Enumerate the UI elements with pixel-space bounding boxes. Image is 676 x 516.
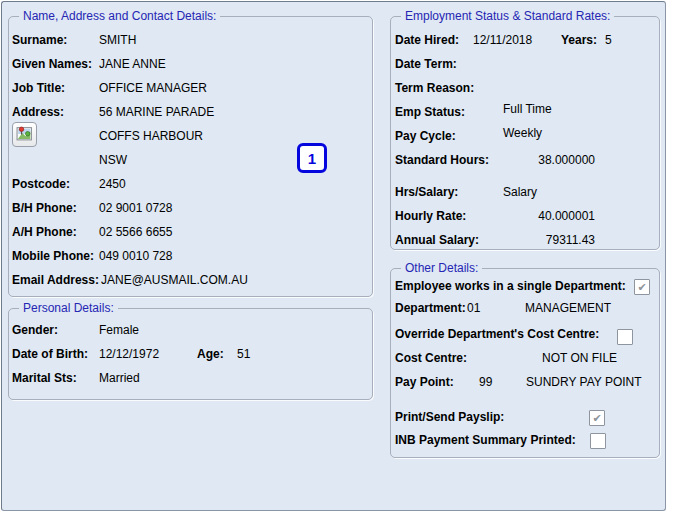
postcode-row: Postcode: 2450	[12, 177, 70, 192]
date-hired-value: 12/11/2018	[473, 33, 532, 48]
single-department-row: Employee works in a single Department:	[395, 279, 626, 294]
date-term-label: Date Term:	[395, 57, 457, 71]
pay-point-name: SUNDRY PAY POINT	[526, 375, 642, 390]
hourly-rate-row: Hourly Rate: 40.000001	[395, 209, 466, 224]
date-term-row: Date Term:	[395, 57, 457, 72]
gender-label: Gender:	[12, 323, 58, 337]
surname-value: SMITH	[99, 33, 136, 48]
cost-centre-row: Cost Centre: NOT ON FILE	[395, 351, 467, 366]
employment-legend: Employment Status & Standard Rates:	[401, 9, 614, 23]
postcode-label: Postcode:	[12, 177, 70, 191]
view-number: 1	[308, 150, 316, 167]
annual-salary-value: 79311.43	[475, 233, 595, 248]
cost-centre-value: NOT ON FILE	[542, 351, 617, 366]
surname-row: Surname: SMITH	[12, 33, 67, 48]
address-line1: 56 MARINE PARADE	[99, 105, 214, 120]
employment-groupbox: Employment Status & Standard Rates: Date…	[390, 16, 660, 250]
hrs-salary-row: Hrs/Salary: Salary	[395, 185, 458, 200]
override-cost-centre-checkbox[interactable]	[617, 329, 633, 345]
postcode-value: 2450	[99, 177, 126, 192]
surname-label: Surname:	[12, 33, 67, 47]
map-location-button[interactable]	[12, 122, 37, 147]
given-names-value: JANE ANNE	[99, 57, 166, 72]
marital-label: Marital Sts:	[12, 371, 77, 385]
contact-legend: Name, Address and Contact Details:	[19, 9, 220, 23]
pay-point-code: 99	[479, 375, 492, 390]
hrs-salary-value: Salary	[503, 185, 537, 200]
email-row: Email Address: JANE@AUSMAIL.COM.AU	[12, 273, 99, 288]
pay-cycle-row: Pay Cycle: Weekly	[395, 129, 456, 144]
bh-phone-value: 02 9001 0728	[99, 201, 172, 216]
dob-label: Date of Birth:	[12, 347, 88, 361]
given-names-label: Given Names:	[12, 57, 92, 71]
term-reason-label: Term Reason:	[395, 81, 474, 95]
ah-phone-label: A/H Phone:	[12, 225, 77, 239]
other-groupbox: Other Details: Employee works in a singl…	[390, 268, 660, 458]
print-payslip-checkbox[interactable]	[589, 410, 605, 426]
dob-value: 12/12/1972	[99, 347, 159, 362]
mobile-phone-value: 049 0010 728	[99, 249, 172, 264]
address-line2-row: COFFS HARBOUR	[99, 129, 203, 144]
email-value: JANE@AUSMAIL.COM.AU	[101, 273, 248, 288]
age-value: 51	[237, 347, 250, 362]
print-payslip-row: Print/Send Payslip:	[395, 410, 504, 425]
department-name: MANAGEMENT	[525, 301, 611, 316]
hourly-rate-value: 40.000001	[475, 209, 595, 224]
job-title-row: Job Title: OFFICE MANAGER	[12, 81, 65, 96]
inb-summary-label: INB Payment Summary Printed:	[395, 433, 576, 447]
view-number-badge[interactable]: 1	[297, 143, 327, 173]
print-payslip-label: Print/Send Payslip:	[395, 410, 504, 424]
single-department-label: Employee works in a single Department:	[395, 279, 626, 293]
dob-row: Date of Birth: 12/12/1972 Age: 51	[12, 347, 88, 362]
years-label: Years:	[561, 33, 597, 48]
standard-hours-row: Standard Hours: 38.000000	[395, 153, 489, 168]
pay-cycle-label: Pay Cycle:	[395, 129, 456, 143]
annual-salary-label: Annual Salary:	[395, 233, 479, 247]
inb-summary-row: INB Payment Summary Printed:	[395, 433, 576, 448]
gender-value: Female	[99, 323, 139, 338]
single-department-checkbox[interactable]	[634, 279, 650, 295]
personal-groupbox: Personal Details: Gender: Female Date of…	[8, 308, 373, 400]
date-hired-label: Date Hired:	[395, 33, 459, 47]
other-legend: Other Details:	[401, 261, 482, 275]
pay-point-row: Pay Point: 99 SUNDRY PAY POINT	[395, 375, 454, 390]
mobile-phone-label: Mobile Phone:	[12, 249, 94, 263]
ah-phone-value: 02 5566 6655	[99, 225, 172, 240]
age-label: Age:	[197, 347, 224, 362]
standard-hours-value: 38.000000	[475, 153, 595, 168]
job-title-value: OFFICE MANAGER	[99, 81, 207, 96]
emp-status-value: Full Time	[503, 102, 552, 117]
department-code: 01	[467, 301, 480, 316]
inb-summary-checkbox[interactable]	[590, 433, 606, 449]
pay-point-label: Pay Point:	[395, 375, 454, 389]
pay-cycle-value: Weekly	[503, 126, 542, 141]
hourly-rate-label: Hourly Rate:	[395, 209, 466, 223]
marital-value: Married	[99, 371, 140, 386]
address-row: Address: 56 MARINE PARADE	[12, 105, 64, 120]
years-value: 5	[605, 33, 612, 48]
main-panel: Name, Address and Contact Details: Surna…	[1, 1, 666, 511]
contact-groupbox: Name, Address and Contact Details: Surna…	[8, 16, 373, 297]
annual-salary-row: Annual Salary: 79311.43	[395, 233, 479, 248]
mobile-phone-row: Mobile Phone: 049 0010 728	[12, 249, 94, 264]
gender-row: Gender: Female	[12, 323, 58, 338]
override-cost-centre-label: Override Department's Cost Centre:	[395, 327, 599, 341]
emp-status-row: Emp Status: Full Time	[395, 105, 465, 120]
address-label: Address:	[12, 105, 64, 119]
department-row: Department: 01 MANAGEMENT	[395, 301, 466, 316]
email-label: Email Address:	[12, 273, 99, 287]
override-cost-centre-row: Override Department's Cost Centre:	[395, 327, 599, 342]
ah-phone-row: A/H Phone: 02 5566 6655	[12, 225, 77, 240]
map-location-icon	[16, 125, 33, 145]
bh-phone-label: B/H Phone:	[12, 201, 77, 215]
address-line2: COFFS HARBOUR	[99, 129, 203, 143]
address-line3: NSW	[99, 153, 127, 167]
date-hired-row: Date Hired: 12/11/2018 Years: 5	[395, 33, 459, 48]
cost-centre-label: Cost Centre:	[395, 351, 467, 365]
given-names-row: Given Names: JANE ANNE	[12, 57, 92, 72]
hrs-salary-label: Hrs/Salary:	[395, 185, 458, 199]
department-label: Department:	[395, 301, 466, 315]
emp-status-label: Emp Status:	[395, 105, 465, 119]
personal-legend: Personal Details:	[19, 301, 118, 315]
marital-row: Marital Sts: Married	[12, 371, 77, 386]
